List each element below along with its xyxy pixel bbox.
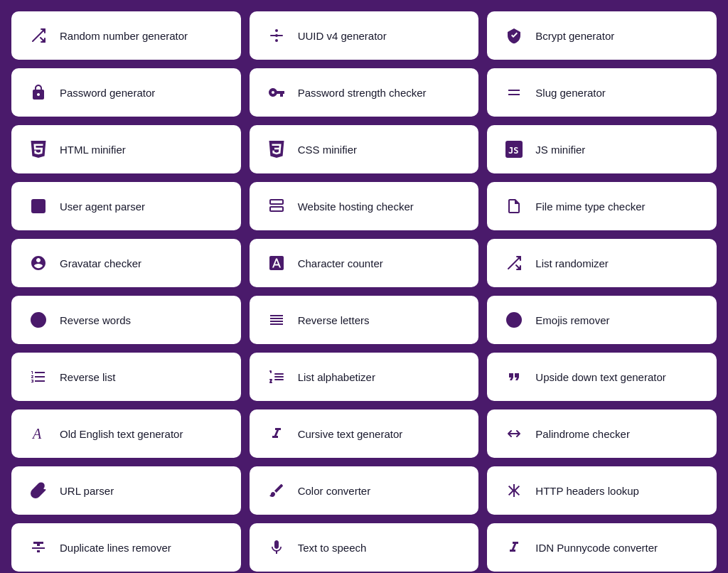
- reverse-list-icon: [28, 367, 48, 387]
- card-file-mime-type-checker[interactable]: File mime type checker: [487, 182, 717, 230]
- gravatar-checker-icon: [28, 253, 48, 273]
- http-headers-lookup-icon: [504, 481, 524, 500]
- card-css-minifier[interactable]: CSS minifier: [250, 125, 479, 173]
- svg-point-3: [276, 30, 277, 31]
- reverse-words-icon: [28, 310, 48, 330]
- bcrypt-generator-label: Bcrypt generator: [535, 30, 614, 42]
- svg-point-12: [272, 202, 274, 203]
- svg-point-18: [38, 323, 39, 324]
- gravatar-checker-label: Gravatar checker: [60, 257, 141, 269]
- idn-punnycode-converter-label: IDN Punnycode converter: [535, 542, 658, 554]
- card-password-generator[interactable]: Password generator: [11, 68, 241, 117]
- random-number-generator-icon: [28, 26, 48, 45]
- list-alphabetizer-label: List alphabetizer: [298, 371, 375, 383]
- card-user-agent-parser[interactable]: User agent parser: [11, 182, 241, 230]
- uuid-v4-generator-icon: [267, 26, 287, 45]
- password-generator-label: Password generator: [60, 87, 155, 99]
- card-duplicate-lines-remover[interactable]: Duplicate lines remover: [11, 523, 241, 572]
- card-reverse-words[interactable]: Reverse words: [11, 296, 241, 344]
- card-uuid-v4-generator[interactable]: UUID v4 generator: [250, 11, 479, 60]
- password-strength-checker-label: Password strength checker: [298, 87, 427, 99]
- card-password-strength-checker[interactable]: Password strength checker: [250, 68, 479, 117]
- url-parser-label: URL parser: [60, 485, 114, 497]
- website-hosting-checker-icon: [267, 196, 287, 216]
- list-randomizer-icon: [504, 253, 524, 273]
- user-agent-parser-label: User agent parser: [60, 200, 145, 213]
- card-list-alphabetizer[interactable]: List alphabetizer: [250, 353, 479, 401]
- upside-down-text-generator-icon: [504, 367, 524, 387]
- card-bcrypt-generator[interactable]: Bcrypt generator: [487, 11, 717, 60]
- bcrypt-generator-icon: [504, 26, 524, 45]
- password-generator-icon: [28, 82, 48, 102]
- card-character-counter[interactable]: Character counter: [250, 239, 479, 287]
- color-converter-label: Color converter: [298, 485, 371, 497]
- palindrome-checker-label: Palindrome checker: [535, 428, 630, 440]
- slug-generator-label: Slug generator: [535, 87, 605, 99]
- text-to-speech-label: Text to speech: [298, 542, 367, 554]
- old-english-text-generator-label: Old English text generator: [60, 428, 183, 440]
- http-headers-lookup-label: HTTP headers lookup: [535, 485, 639, 497]
- card-upside-down-text-generator[interactable]: Upside down text generator: [487, 353, 717, 401]
- tools-grid: Random number generatorUUID v4 generator…: [11, 11, 717, 572]
- card-text-to-speech[interactable]: Text to speech: [250, 523, 479, 572]
- palindrome-checker-icon: [504, 424, 524, 444]
- card-gravatar-checker[interactable]: Gravatar checker: [11, 239, 241, 287]
- reverse-list-label: Reverse list: [60, 371, 115, 383]
- svg-rect-8: [32, 200, 45, 213]
- text-to-speech-icon: [267, 537, 287, 557]
- cursive-text-generator-icon: [267, 424, 287, 444]
- character-counter-label: Character counter: [298, 257, 383, 269]
- card-slug-generator[interactable]: Slug generator: [487, 68, 717, 117]
- cursive-text-generator-label: Cursive text generator: [298, 428, 403, 440]
- uuid-v4-generator-label: UUID v4 generator: [298, 30, 387, 42]
- svg-point-4: [276, 40, 277, 41]
- character-counter-icon: [267, 253, 287, 273]
- slug-generator-icon: [504, 82, 524, 102]
- file-mime-type-checker-label: File mime type checker: [535, 200, 645, 213]
- svg-text:A: A: [31, 426, 42, 441]
- js-minifier-icon: JS: [504, 139, 524, 159]
- emojis-remover-icon: [504, 310, 524, 330]
- card-http-headers-lookup[interactable]: HTTP headers lookup: [487, 466, 717, 515]
- css-minifier-icon: [267, 139, 287, 159]
- card-html-minifier[interactable]: HTML minifier: [11, 125, 241, 173]
- html-minifier-label: HTML minifier: [60, 144, 126, 156]
- svg-text:JS: JS: [508, 146, 518, 156]
- duplicate-lines-remover-label: Duplicate lines remover: [60, 542, 171, 554]
- card-cursive-text-generator[interactable]: Cursive text generator: [250, 409, 479, 458]
- card-idn-punnycode-converter[interactable]: IDN Punnycode converter: [487, 523, 717, 572]
- duplicate-lines-remover-icon: [28, 537, 48, 557]
- emojis-remover-label: Emojis remover: [535, 314, 609, 326]
- list-alphabetizer-icon: [267, 367, 287, 387]
- idn-punnycode-converter-icon: [504, 537, 524, 557]
- old-english-text-generator-icon: A: [28, 424, 48, 444]
- reverse-words-label: Reverse words: [60, 314, 131, 326]
- card-color-converter[interactable]: Color converter: [250, 466, 479, 515]
- css-minifier-label: CSS minifier: [298, 144, 357, 156]
- password-strength-checker-icon: [267, 82, 287, 102]
- user-agent-parser-icon: [28, 196, 48, 216]
- svg-point-13: [272, 209, 274, 210]
- website-hosting-checker-label: Website hosting checker: [298, 200, 414, 213]
- upside-down-text-generator-label: Upside down text generator: [535, 371, 665, 383]
- card-list-randomizer[interactable]: List randomizer: [487, 239, 717, 287]
- color-converter-icon: [267, 481, 287, 500]
- url-parser-icon: [28, 481, 48, 500]
- card-palindrome-checker[interactable]: Palindrome checker: [487, 409, 717, 458]
- reverse-letters-label: Reverse letters: [298, 314, 370, 326]
- file-mime-type-checker-icon: [504, 196, 524, 216]
- svg-point-17: [38, 316, 39, 317]
- html-minifier-icon: [28, 139, 48, 159]
- card-website-hosting-checker[interactable]: Website hosting checker: [250, 182, 479, 230]
- card-old-english-text-generator[interactable]: AOld English text generator: [11, 409, 241, 458]
- card-js-minifier[interactable]: JSJS minifier: [487, 125, 717, 173]
- js-minifier-label: JS minifier: [535, 144, 585, 156]
- card-reverse-list[interactable]: Reverse list: [11, 353, 241, 401]
- reverse-letters-icon: [267, 310, 287, 330]
- card-reverse-letters[interactable]: Reverse letters: [250, 296, 479, 344]
- random-number-generator-label: Random number generator: [60, 30, 188, 42]
- list-randomizer-label: List randomizer: [535, 257, 609, 269]
- card-emojis-remover[interactable]: Emojis remover: [487, 296, 717, 344]
- card-random-number-generator[interactable]: Random number generator: [11, 11, 241, 60]
- card-url-parser[interactable]: URL parser: [11, 466, 241, 515]
